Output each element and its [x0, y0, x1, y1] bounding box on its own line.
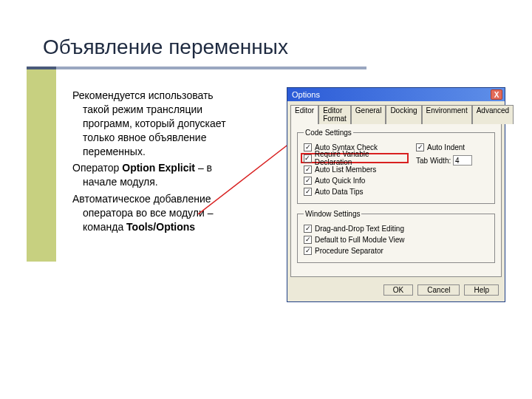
window-settings-legend: Window Settings	[304, 210, 361, 218]
check-label: Default to Full Module View	[315, 236, 405, 244]
text-bold: Option Explicit	[122, 162, 195, 174]
checkbox-icon: ✓	[304, 188, 312, 196]
text-line: Оператор	[72, 162, 122, 174]
text-line: начале модуля.	[83, 176, 158, 188]
slide: Объявление переменных Рекомендуется испо…	[0, 0, 532, 399]
check-auto-quick-info[interactable]: ✓Auto Quick Info	[304, 175, 409, 185]
dialog-buttons: OK Cancel Help	[287, 280, 505, 301]
checkbox-icon: ✓	[304, 177, 312, 185]
text-line: такой режим трансляции	[83, 103, 202, 115]
window-settings-group: Window Settings ✓Drag-and-Drop Text Edit…	[297, 210, 495, 263]
checkbox-icon: ✓	[304, 143, 312, 151]
options-dialog: Options X Editor Editor Format General D…	[287, 87, 505, 302]
title-underline	[27, 66, 366, 69]
text-line: только явное объявление	[83, 132, 206, 143]
text-bold: Tools/Options	[126, 221, 195, 233]
dialog-titlebar: Options X	[287, 88, 505, 101]
tab-docking[interactable]: Docking	[386, 105, 421, 124]
tab-width-row: Tab Width:	[416, 155, 490, 166]
text-line: Рекомендуется использовать	[72, 89, 214, 101]
text-line: программ, который допускает	[83, 117, 226, 129]
checkbox-icon: ✓	[304, 247, 312, 255]
checkbox-icon: ✓	[304, 166, 312, 174]
tab-editor-format[interactable]: Editor Format	[318, 105, 351, 124]
ok-button[interactable]: OK	[383, 284, 413, 296]
check-label: Auto List Members	[315, 166, 376, 174]
check-label: Drag-and-Drop Text Editing	[315, 225, 404, 233]
checkbox-icon: ✓	[304, 154, 312, 163]
code-settings-group: Code Settings ✓Auto Syntax Check ✓Requir…	[297, 129, 495, 204]
check-label: Auto Indent	[427, 143, 465, 151]
text-line: команда	[83, 221, 126, 233]
check-label: Auto Quick Info	[315, 177, 365, 185]
accent-bar	[27, 69, 56, 262]
checkbox-icon: ✓	[304, 236, 312, 244]
check-default-full-module[interactable]: ✓Default to Full Module View	[304, 234, 490, 245]
body-text: Рекомендуется использовать такой режим т…	[72, 89, 268, 237]
tab-advanced[interactable]: Advanced	[472, 105, 514, 124]
checkbox-icon: ✓	[416, 143, 424, 151]
text-line: – в	[195, 162, 212, 174]
text-line: переменных.	[83, 146, 146, 157]
tab-environment[interactable]: Environment	[422, 105, 472, 124]
close-button[interactable]: X	[491, 89, 502, 100]
check-label: Procedure Separator	[315, 247, 383, 255]
check-require-variable-declaration[interactable]: ✓Require Variable Declaration	[301, 153, 409, 163]
tab-body: Code Settings ✓Auto Syntax Check ✓Requir…	[290, 123, 502, 277]
text-line: Автоматическое добавление	[72, 193, 211, 205]
check-procedure-separator[interactable]: ✓Procedure Separator	[304, 245, 490, 256]
tab-editor[interactable]: Editor	[290, 105, 318, 124]
close-icon: X	[494, 91, 499, 99]
check-label: Require Variable Declaration	[315, 150, 406, 166]
tab-general[interactable]: General	[351, 105, 386, 124]
text-line: оператора во все модули –	[83, 207, 213, 219]
check-auto-data-tips[interactable]: ✓Auto Data Tips	[304, 186, 409, 197]
tab-width-label: Tab Width:	[416, 157, 451, 165]
tab-strip: Editor Editor Format General Docking Env…	[287, 101, 505, 123]
check-auto-indent[interactable]: ✓Auto Indent	[416, 142, 490, 152]
cancel-button[interactable]: Cancel	[417, 284, 460, 296]
code-settings-legend: Code Settings	[304, 129, 353, 137]
checkbox-icon: ✓	[304, 225, 312, 233]
check-label: Auto Data Tips	[315, 188, 364, 196]
help-button[interactable]: Help	[464, 284, 499, 296]
check-drag-drop[interactable]: ✓Drag-and-Drop Text Editing	[304, 223, 490, 233]
dialog-title-text: Options	[292, 90, 320, 99]
slide-title: Объявление переменных	[43, 35, 288, 59]
tab-width-input[interactable]	[453, 155, 472, 166]
